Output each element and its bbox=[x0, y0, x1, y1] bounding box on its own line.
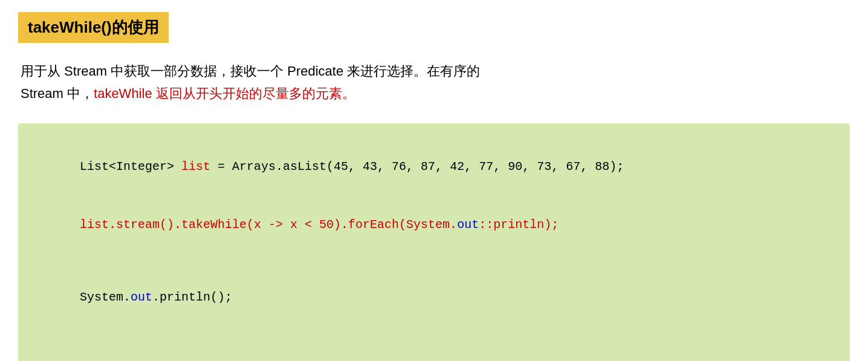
code-token: List<Integer> bbox=[80, 160, 181, 174]
code-token: out bbox=[457, 218, 479, 232]
page-container: takeWhile()的使用 用于从 Stream 中获取一部分数据，接收一个 … bbox=[0, 0, 868, 361]
code-line-1: List<Integer> list = Arrays.asList(45, 4… bbox=[36, 138, 832, 196]
code-line-2: list.stream().takeWhile(x -> x < 50).for… bbox=[36, 196, 832, 254]
description: 用于从 Stream 中获取一部分数据，接收一个 Predicate 来进行选择… bbox=[18, 60, 850, 105]
code-token: list.stream().takeWhile(x -> x < 50).for… bbox=[80, 218, 457, 232]
description-line2-prefix: Stream 中， bbox=[21, 86, 94, 101]
description-line1: 用于从 Stream 中获取一部分数据，接收一个 Predicate 来进行选择… bbox=[21, 63, 480, 79]
code-token: System. bbox=[80, 290, 131, 304]
code-token: out bbox=[131, 290, 152, 304]
code-line-3: System.out.println(); bbox=[36, 268, 832, 327]
code-spacer-1 bbox=[36, 254, 832, 268]
code-token: ::println); bbox=[479, 218, 559, 232]
page-title: takeWhile()的使用 bbox=[28, 18, 159, 36]
description-highlight: takeWhile 返回从开头开始的尽量多的元素。 bbox=[94, 86, 355, 101]
code-block: List<Integer> list = Arrays.asList(45, 4… bbox=[18, 123, 850, 361]
code-spacer-2 bbox=[36, 327, 832, 341]
code-line-4: list = Arrays.asList(1, 2, 3, 4, 5, 6, 7… bbox=[36, 341, 832, 361]
code-token: list bbox=[181, 160, 210, 174]
title-bar: takeWhile()的使用 bbox=[18, 12, 169, 43]
code-token: = Arrays.asList(45, 43, 76, 87, 42, 77, … bbox=[210, 160, 624, 174]
code-token: .println(); bbox=[152, 290, 232, 304]
